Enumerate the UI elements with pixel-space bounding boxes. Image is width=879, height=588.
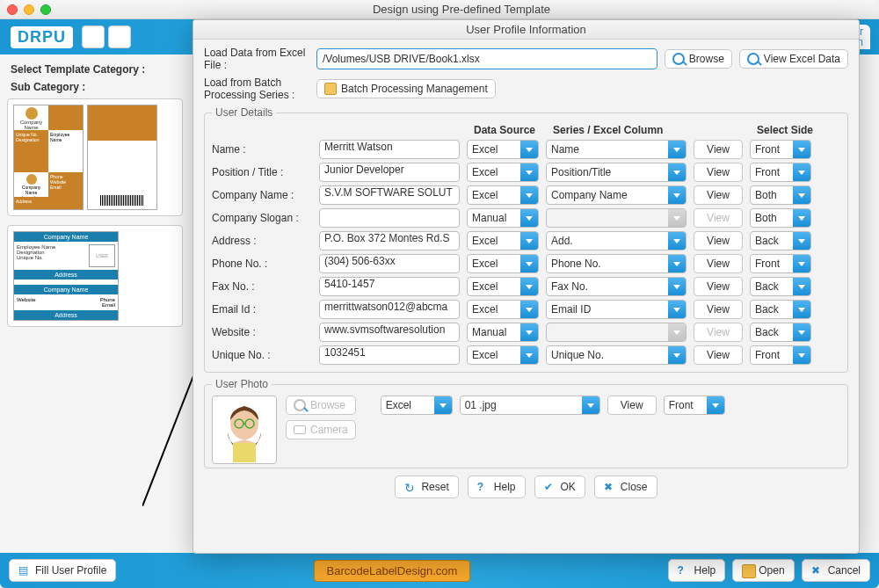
photo-view-button[interactable]: View xyxy=(607,396,657,415)
ok-button[interactable]: OK xyxy=(534,475,585,498)
chevron-down-icon xyxy=(668,232,686,250)
field-input[interactable]: Merritt Watson xyxy=(319,140,460,159)
view-button[interactable]: View xyxy=(694,254,743,273)
user-detail-row: Name :Merritt WatsonExcelNameViewFront xyxy=(212,140,840,159)
traffic-zoom-icon[interactable] xyxy=(40,4,51,15)
series-column-select[interactable]: Phone No. xyxy=(546,254,686,273)
series-column-select xyxy=(546,323,686,342)
template-thumb-1[interactable]: Company Nameslogan here Unique No.Design… xyxy=(7,98,183,216)
chevron-down-icon xyxy=(520,163,538,181)
view-button[interactable]: View xyxy=(694,185,743,205)
side-select[interactable]: Back xyxy=(750,300,811,319)
load-excel-label: Load Data from Excel File : xyxy=(204,47,309,71)
batch-processing-button[interactable]: Batch Processing Management xyxy=(316,79,496,98)
view-button[interactable]: View xyxy=(694,345,743,365)
side-select[interactable]: Front xyxy=(750,345,811,365)
data-source-select[interactable]: Manual xyxy=(467,323,539,342)
select-template-label: Select Template Category : xyxy=(11,63,183,76)
chevron-down-icon xyxy=(793,141,810,158)
chevron-down-icon xyxy=(520,301,538,318)
template-thumb-2[interactable]: Company Name Employee NameDesignationUni… xyxy=(7,225,183,327)
side-select[interactable]: Front xyxy=(750,254,811,273)
photo-source-select[interactable]: Excel xyxy=(381,396,453,415)
series-column-select[interactable]: Company Name xyxy=(546,185,686,205)
data-source-select[interactable]: Excel xyxy=(467,277,539,296)
traffic-close-icon[interactable] xyxy=(7,4,18,15)
view-button[interactable]: View xyxy=(694,140,743,159)
data-source-select[interactable]: Excel xyxy=(467,185,539,205)
field-input[interactable]: 1032451 xyxy=(319,345,460,365)
series-column-select[interactable]: Email ID xyxy=(546,300,686,319)
side-select[interactable]: Both xyxy=(750,185,811,205)
series-column-select[interactable]: Fax No. xyxy=(546,277,686,296)
view-button[interactable]: View xyxy=(694,277,743,296)
dialog-close-button[interactable]: Close xyxy=(594,475,657,498)
field-input[interactable]: 5410-1457 xyxy=(319,277,460,296)
view-button[interactable]: View xyxy=(694,163,743,182)
cancel-button[interactable]: Cancel xyxy=(802,559,870,582)
series-column-select[interactable]: Add. xyxy=(546,231,686,250)
chevron-down-icon xyxy=(668,301,686,318)
field-input[interactable]: Junior Developer xyxy=(319,163,460,182)
traffic-minimize-icon[interactable] xyxy=(24,4,34,15)
data-source-select[interactable]: Excel xyxy=(467,231,539,250)
field-input[interactable]: (304) 506-63xx xyxy=(319,254,460,273)
chevron-down-icon xyxy=(668,163,686,181)
side-select[interactable]: Back xyxy=(750,323,811,342)
side-select[interactable]: Both xyxy=(750,208,811,228)
toolbar-icon[interactable] xyxy=(82,25,105,48)
chevron-down-icon xyxy=(668,209,686,227)
field-input[interactable] xyxy=(319,208,460,228)
excel-path-input[interactable] xyxy=(316,48,657,69)
field-input[interactable]: www.svmsoftwaresolution xyxy=(319,323,460,342)
chevron-down-icon xyxy=(793,163,810,181)
dialog-help-button[interactable]: Help xyxy=(468,475,526,498)
chevron-down-icon xyxy=(793,301,810,318)
search-icon xyxy=(672,53,685,65)
browse-button[interactable]: Browse xyxy=(665,49,732,69)
chevron-down-icon xyxy=(793,278,810,295)
dialog-title: User Profile Information xyxy=(193,20,859,40)
field-input[interactable]: merrittwatson012@abcma xyxy=(319,300,460,319)
side-select[interactable]: Back xyxy=(750,277,811,296)
view-excel-button[interactable]: View Excel Data xyxy=(739,49,848,69)
chevron-down-icon xyxy=(520,278,538,295)
side-select[interactable]: Front xyxy=(750,140,811,159)
reset-button[interactable]: Reset xyxy=(395,475,458,498)
user-detail-row: Fax No. :5410-1457ExcelFax No.ViewBack xyxy=(212,277,840,296)
help-button[interactable]: Help xyxy=(668,559,726,582)
svg-rect-7 xyxy=(233,443,256,462)
photo-browse-button[interactable]: Browse xyxy=(286,396,356,415)
site-link-badge[interactable]: BarcodeLabelDesign.com xyxy=(314,560,471,582)
photo-camera-button[interactable]: Camera xyxy=(286,420,356,439)
data-source-select[interactable]: Excel xyxy=(467,140,539,159)
field-input[interactable]: P.O. Box 372 Montes Rd.S xyxy=(319,231,460,250)
photo-side-select[interactable]: Front xyxy=(664,396,725,415)
side-select[interactable]: Back xyxy=(750,231,811,250)
view-button[interactable]: View xyxy=(694,231,743,250)
field-label: Company Slogan : xyxy=(212,212,312,224)
fill-user-profile-button[interactable]: Fill User Profile xyxy=(9,559,116,582)
user-details-legend: User Details xyxy=(212,106,276,119)
side-select[interactable]: Front xyxy=(750,163,811,182)
user-detail-row: Unique No. :1032451ExcelUnique No.ViewFr… xyxy=(212,345,840,365)
data-source-select[interactable]: Excel xyxy=(467,345,539,365)
photo-col-select[interactable]: 01 .jpg xyxy=(460,396,600,415)
folder-open-icon xyxy=(742,564,754,577)
series-column-select[interactable]: Name xyxy=(546,140,686,159)
field-label: Website : xyxy=(212,326,312,338)
fill-user-profile-label: Fill User Profile xyxy=(35,564,106,577)
data-source-select[interactable]: Manual xyxy=(467,208,539,228)
open-button[interactable]: Open xyxy=(732,559,794,582)
list-icon xyxy=(324,83,337,95)
view-button[interactable]: View xyxy=(694,300,743,319)
data-source-select[interactable]: Excel xyxy=(467,163,539,182)
series-column-select[interactable]: Position/Title xyxy=(546,163,686,182)
toolbar-icon[interactable] xyxy=(108,25,131,48)
data-source-select[interactable]: Excel xyxy=(467,254,539,273)
chevron-down-icon xyxy=(520,209,538,227)
series-column-select[interactable]: Unique No. xyxy=(546,345,686,365)
data-source-select[interactable]: Excel xyxy=(467,300,539,319)
field-label: Name : xyxy=(212,143,312,156)
field-input[interactable]: S.V.M SOFTWARE SOLUT xyxy=(319,185,460,205)
